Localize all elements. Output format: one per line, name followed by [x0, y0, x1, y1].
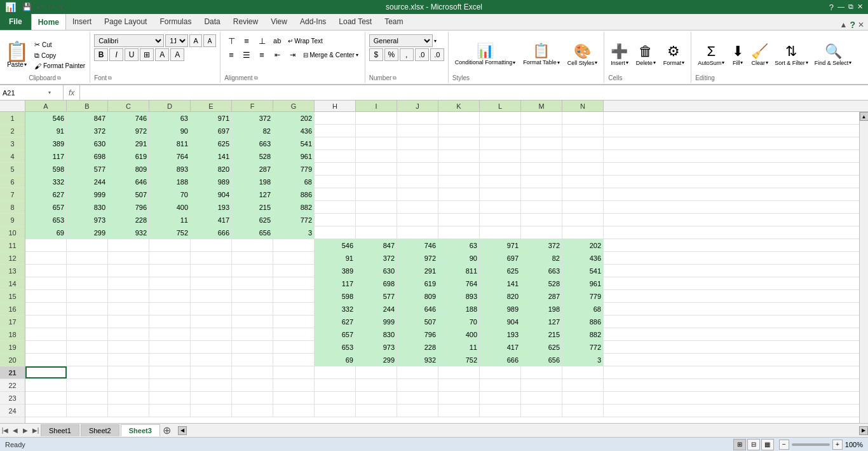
- cell-K2[interactable]: [438, 125, 480, 137]
- row-number-16[interactable]: 16: [0, 303, 25, 316]
- row-number-4[interactable]: 4: [0, 150, 25, 163]
- cell-E3[interactable]: 625: [191, 137, 232, 149]
- cell-N17[interactable]: 886: [562, 316, 604, 328]
- row-number-1[interactable]: 1: [0, 112, 25, 125]
- row-number-3[interactable]: 3: [0, 137, 25, 150]
- cell-N11[interactable]: 202: [562, 239, 604, 251]
- cell-I4[interactable]: [356, 150, 397, 162]
- cell-E16[interactable]: [191, 303, 232, 315]
- cell-J11[interactable]: 746: [397, 239, 438, 251]
- find-select-arrow[interactable]: ▾: [849, 60, 851, 66]
- cell-H11[interactable]: 546: [315, 239, 356, 251]
- cell-N6[interactable]: [562, 176, 604, 188]
- cell-D14[interactable]: [149, 277, 191, 289]
- cell-E6[interactable]: 989: [191, 176, 232, 188]
- vertical-scrollbar[interactable]: ▲ ▼: [859, 112, 868, 437]
- cell-A21[interactable]: [25, 366, 67, 378]
- cell-A15[interactable]: [25, 290, 67, 302]
- col-header-g[interactable]: G: [273, 101, 315, 111]
- sheet-nav-first[interactable]: |◀: [0, 426, 10, 436]
- increase-indent-button[interactable]: ⇥: [285, 48, 299, 61]
- row-number-17[interactable]: 17: [0, 316, 25, 328]
- cell-G10[interactable]: 3: [273, 226, 315, 239]
- cell-E20[interactable]: [191, 354, 232, 366]
- merge-arrow[interactable]: ▾: [356, 52, 358, 58]
- cell-L10[interactable]: [480, 226, 521, 239]
- cell-C13[interactable]: [108, 265, 149, 277]
- sheet-nav-prev[interactable]: ◀: [10, 426, 20, 436]
- font-family-select[interactable]: Calibri: [94, 34, 164, 47]
- cell-K15[interactable]: 893: [438, 290, 480, 302]
- ribbon-close-icon[interactable]: ✕: [858, 20, 864, 29]
- cell-I12[interactable]: 372: [356, 252, 397, 264]
- cell-K21[interactable]: [438, 366, 480, 378]
- cell-K13[interactable]: 811: [438, 265, 480, 277]
- cell-K8[interactable]: [438, 201, 480, 213]
- cell-M24[interactable]: [521, 405, 562, 417]
- cell-M14[interactable]: 528: [521, 277, 562, 289]
- cell-C4[interactable]: 619: [108, 150, 149, 162]
- cell-M7[interactable]: [521, 188, 562, 200]
- cell-L18[interactable]: 193: [480, 328, 521, 340]
- cell-D2[interactable]: 90: [149, 125, 191, 137]
- format-painter-button[interactable]: 🖌 Format Painter: [32, 62, 87, 71]
- cell-E12[interactable]: [191, 252, 232, 264]
- cell-H22[interactable]: [315, 379, 356, 391]
- clear-arrow[interactable]: ▾: [766, 60, 768, 66]
- cell-C7[interactable]: 507: [108, 188, 149, 200]
- cell-G13[interactable]: [273, 265, 315, 277]
- cell-I17[interactable]: 999: [356, 316, 397, 328]
- cell-L14[interactable]: 141: [480, 277, 521, 289]
- cell-M6[interactable]: [521, 176, 562, 188]
- cell-E4[interactable]: 141: [191, 150, 232, 162]
- cell-H12[interactable]: 91: [315, 252, 356, 264]
- cell-B10[interactable]: 299: [67, 226, 108, 239]
- cell-B20[interactable]: [67, 354, 108, 366]
- cell-L22[interactable]: [480, 379, 521, 391]
- cell-K11[interactable]: 63: [438, 239, 480, 251]
- cell-I16[interactable]: 244: [356, 303, 397, 315]
- cell-K4[interactable]: [438, 150, 480, 162]
- cell-C22[interactable]: [108, 379, 149, 391]
- cell-B17[interactable]: [67, 316, 108, 328]
- cell-G6[interactable]: 68: [273, 176, 315, 188]
- align-center-button[interactable]: ☰: [240, 48, 254, 61]
- cell-G2[interactable]: 436: [273, 125, 315, 137]
- cell-J5[interactable]: [397, 163, 438, 175]
- cell-I10[interactable]: [356, 226, 397, 239]
- cell-A16[interactable]: [25, 303, 67, 315]
- cell-C20[interactable]: [108, 354, 149, 366]
- cell-D16[interactable]: [149, 303, 191, 315]
- cell-C16[interactable]: [108, 303, 149, 315]
- cell-N9[interactable]: [562, 214, 604, 226]
- cell-C24[interactable]: [108, 405, 149, 417]
- cell-A20[interactable]: [25, 354, 67, 366]
- cell-H13[interactable]: 389: [315, 265, 356, 277]
- cell-J2[interactable]: [397, 125, 438, 137]
- cell-F11[interactable]: [232, 239, 273, 251]
- tab-team[interactable]: Team: [378, 13, 409, 30]
- cell-E11[interactable]: [191, 239, 232, 251]
- cell-J9[interactable]: [397, 214, 438, 226]
- cell-B21[interactable]: [67, 366, 108, 378]
- cell-M10[interactable]: [521, 226, 562, 239]
- fill-color-button[interactable]: A: [155, 48, 169, 61]
- cell-E13[interactable]: [191, 265, 232, 277]
- cell-B7[interactable]: 999: [67, 188, 108, 200]
- cell-E5[interactable]: 820: [191, 163, 232, 175]
- cell-I14[interactable]: 698: [356, 277, 397, 289]
- row-number-8[interactable]: 8: [0, 201, 25, 214]
- cell-N14[interactable]: 961: [562, 277, 604, 289]
- col-header-e[interactable]: E: [191, 101, 232, 111]
- tab-insert[interactable]: Insert: [66, 13, 98, 30]
- cell-D11[interactable]: [149, 239, 191, 251]
- cell-J16[interactable]: 646: [397, 303, 438, 315]
- cell-B2[interactable]: 372: [67, 125, 108, 137]
- cell-F9[interactable]: 625: [232, 214, 273, 226]
- cell-M17[interactable]: 127: [521, 316, 562, 328]
- cell-K24[interactable]: [438, 405, 480, 417]
- cell-L3[interactable]: [480, 137, 521, 149]
- row-number-7[interactable]: 7: [0, 188, 25, 201]
- cell-N2[interactable]: [562, 125, 604, 137]
- cell-M11[interactable]: 372: [521, 239, 562, 251]
